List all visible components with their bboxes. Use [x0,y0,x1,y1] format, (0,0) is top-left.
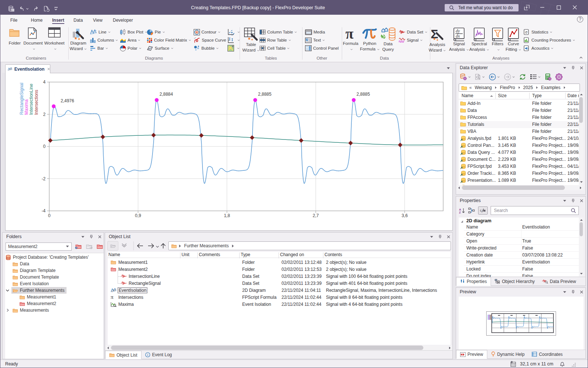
svg-text:σ: σ [525,30,528,34]
svg-text:0: 0 [43,144,46,149]
svg-text:π: π [111,295,114,300]
svg-text:π: π [345,27,354,40]
svg-text:-4: -4 [42,208,46,213]
svg-text:Maxima: Maxima [24,99,29,115]
svg-text:-2: -2 [42,176,46,181]
svg-text:dx: dx [456,33,460,39]
svg-text:RectangleSignal: RectangleSignal [19,83,24,115]
svg-text:2,8884: 2,8884 [159,92,173,97]
svg-text:Z: Z [459,211,461,214]
svg-text:A: A [306,38,308,41]
svg-text:2,8885: 2,8885 [258,92,272,97]
svg-text:c: c [480,209,482,212]
svg-text:2: 2 [43,112,46,117]
svg-text:dy: dy [456,28,460,33]
svg-text:3,6: 3,6 [402,213,408,218]
svg-text:Intersections: Intersections [34,90,39,115]
svg-text:4: 4 [43,79,46,85]
svg-text:2,4976: 2,4976 [61,98,74,103]
svg-text:2,7: 2,7 [313,213,319,218]
svg-text:0: 0 [48,213,51,218]
svg-text:IntersectionLine: IntersectionLine [29,84,34,115]
svg-text:2,8885: 2,8885 [356,92,370,97]
svg-text:0,9: 0,9 [135,213,141,218]
svg-text:1,8: 1,8 [224,213,230,218]
